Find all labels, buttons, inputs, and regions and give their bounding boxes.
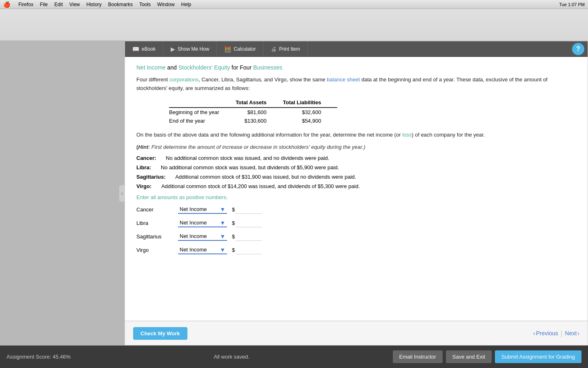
browser-chrome <box>0 9 588 41</box>
menu-bookmarks[interactable]: Bookmarks <box>108 2 133 7</box>
ebook-button[interactable]: 📖 eBook <box>125 41 163 56</box>
nav-separator: | <box>561 329 563 338</box>
table-header-empty <box>169 98 236 108</box>
menu-window[interactable]: Window <box>157 2 175 7</box>
company-virgo-info: Virgo: Additional common stock of $14,20… <box>136 183 576 189</box>
save-and-exit-button[interactable]: Save and Exit <box>446 350 492 363</box>
input-row-libra: Libra Net Income Net Loss ▼ $ <box>136 219 576 227</box>
table-cell-assets-0: $81,600 <box>236 108 283 117</box>
bottom-bar: Check My Work ‹ Previous | Next › <box>125 321 588 345</box>
hint-content: : First determine the amount of increase… <box>149 144 365 150</box>
cancer-amount-input[interactable] <box>236 206 262 214</box>
cancer-row-label: Cancer <box>136 206 173 213</box>
check-my-work-button[interactable]: Check My Work <box>133 327 187 340</box>
content-panel: ‹ 📖 eBook ▶ Show Me How 🧮 Calculator 🖨 P… <box>125 41 588 346</box>
libra-amount-input[interactable] <box>236 219 262 227</box>
table-header-liabilities: Total Liabilities <box>283 98 338 108</box>
company-sagittarius-info: Sagittarius: Additional common stock of … <box>136 174 576 180</box>
table-row: End of the year $130,600 $54,900 <box>169 117 337 125</box>
book-icon: 📖 <box>132 46 139 52</box>
table-cell-liabilities-1: $54,900 <box>283 117 338 125</box>
email-instructor-button[interactable]: Email Instructor <box>393 350 443 363</box>
cancer-desc: No additional common stock was issued, a… <box>166 155 329 161</box>
question-body1: Four different corporations, Cancer, Lib… <box>136 76 576 93</box>
saved-status: All work saved. <box>71 354 393 360</box>
calculator-button[interactable]: 🧮 Calculator <box>217 41 263 56</box>
previous-label: Previous <box>536 330 558 337</box>
main-area: ‹ 📖 eBook ▶ Show Me How 🧮 Calculator 🖨 P… <box>0 41 588 346</box>
previous-button[interactable]: ‹ Previous <box>533 330 558 337</box>
menu-right: Tue 1:07 PM <box>559 2 585 7</box>
next-chevron-icon: › <box>577 330 579 337</box>
sagittarius-amount-wrap: $ <box>232 233 262 241</box>
submit-assignment-button[interactable]: Submit Assignment for Grading <box>495 350 581 363</box>
libra-desc: No additional common stock was issued, b… <box>161 164 339 171</box>
table-row: Beginning of the year $81,600 $32,600 <box>169 108 337 117</box>
question-body2: On the basis of the above data and the f… <box>136 131 576 139</box>
menu-tools[interactable]: Tools <box>139 2 151 7</box>
virgo-amount-input[interactable] <box>236 246 262 254</box>
data-table: Total Assets Total Liabilities Beginning… <box>169 98 337 125</box>
input-rows: Cancer Net Income Net Loss ▼ $ <box>136 205 576 254</box>
balance-sheet-link[interactable]: balance sheet <box>327 76 360 83</box>
libra-amount-wrap: $ <box>232 219 262 227</box>
virgo-amount-wrap: $ <box>232 246 262 254</box>
virgo-dropdown-wrapper[interactable]: Net Income Net Loss ▼ <box>178 246 227 254</box>
body1-rest: , Cancer, Libra, Sagittarius, and Virgo,… <box>198 76 327 83</box>
title-and: and <box>167 64 178 71</box>
input-row-cancer: Cancer Net Income Net Loss ▼ $ <box>136 205 576 214</box>
footer-bar: Assignment Score: 45.46% All work saved.… <box>0 346 588 368</box>
libra-dropdown[interactable]: Net Income Net Loss <box>178 219 218 227</box>
calculator-label: Calculator <box>234 46 256 52</box>
sagittarius-amount-input[interactable] <box>236 233 262 241</box>
sagittarius-label: Sagittarius: <box>136 174 166 180</box>
businesses-link[interactable]: Businesses <box>253 64 283 71</box>
print-item-button[interactable]: 🖨 Print Item <box>263 41 307 56</box>
menu-view[interactable]: View <box>69 2 80 7</box>
assignment-score: Assignment Score: 45.46% <box>7 354 71 360</box>
input-row-sagittarius: Sagittarius Net Income Net Loss ▼ $ <box>136 232 576 241</box>
menu-help[interactable]: Help <box>181 2 192 7</box>
table-header-assets: Total Assets <box>236 98 283 108</box>
sagittarius-dropdown-arrow: ▼ <box>218 233 227 240</box>
next-button[interactable]: Next › <box>565 330 579 337</box>
ebook-label: eBook <box>142 46 156 52</box>
show-me-how-button[interactable]: ▶ Show Me How <box>163 41 217 56</box>
body1-text: Four different <box>136 76 169 83</box>
company-libra-info: Libra: No additional common stock was is… <box>136 164 576 171</box>
body2-end: ) of each company for the year. <box>412 132 485 138</box>
menu-file[interactable]: File <box>40 2 48 7</box>
company-cancer-info: Cancer: No additional common stock was i… <box>136 155 576 161</box>
net-income-link[interactable]: Net Income <box>136 64 166 71</box>
sagittarius-dropdown[interactable]: Net Income Net Loss <box>178 232 218 240</box>
virgo-label: Virgo: <box>136 183 151 189</box>
libra-dropdown-wrapper[interactable]: Net Income Net Loss ▼ <box>178 219 227 227</box>
sagittarius-dollar-sign: $ <box>232 233 235 240</box>
print-icon: 🖨 <box>271 46 276 52</box>
libra-dropdown-arrow: ▼ <box>218 220 227 226</box>
input-row-virgo: Virgo Net Income Net Loss ▼ $ <box>136 246 576 254</box>
apple-menu[interactable]: 🍎 <box>3 1 10 8</box>
loss-link[interactable]: loss <box>402 132 412 138</box>
menu-edit[interactable]: Edit <box>54 2 63 7</box>
cancer-dollar-sign: $ <box>232 206 235 213</box>
corporations-link[interactable]: corporations <box>169 76 199 83</box>
cancer-label: Cancer: <box>136 155 156 161</box>
virgo-dropdown[interactable]: Net Income Net Loss <box>178 246 218 254</box>
menu-firefox[interactable]: Firefox <box>18 2 33 7</box>
table-cell-liabilities-0: $32,600 <box>283 108 338 117</box>
virgo-dropdown-arrow: ▼ <box>218 247 227 253</box>
sagittarius-desc: Additional common stock of $31,900 was i… <box>175 174 356 180</box>
collapse-button[interactable]: ‹ <box>119 185 125 202</box>
cancer-amount-wrap: $ <box>232 206 262 214</box>
table-cell-assets-1: $130,600 <box>236 117 283 125</box>
sagittarius-dropdown-wrapper[interactable]: Net Income Net Loss ▼ <box>178 232 227 241</box>
cancer-dropdown[interactable]: Net Income Net Loss <box>178 205 218 213</box>
menu-history[interactable]: History <box>87 2 102 7</box>
show-me-how-label: Show Me How <box>178 46 209 52</box>
help-button[interactable]: ? <box>572 43 584 55</box>
footer-buttons: Email Instructor Save and Exit Submit As… <box>393 350 581 363</box>
cancer-dropdown-arrow: ▼ <box>218 206 227 213</box>
stockholders-equity-link[interactable]: Stockholders' Equity <box>178 64 230 71</box>
cancer-dropdown-wrapper[interactable]: Net Income Net Loss ▼ <box>178 205 227 214</box>
